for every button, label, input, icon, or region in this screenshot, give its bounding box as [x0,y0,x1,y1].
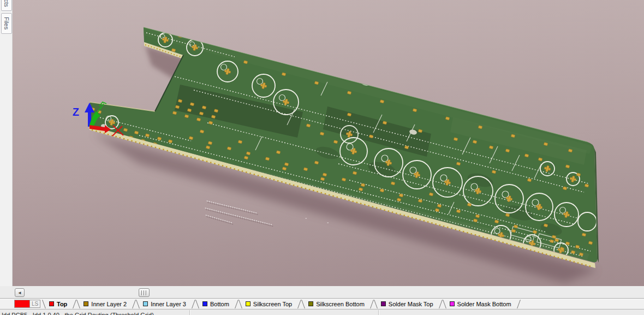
layer-tab-label: Top [57,301,67,307]
layer-color-swatch [308,301,313,306]
bottom-scroll-strip: ◄ [0,286,644,298]
pcb-3d-viewport[interactable]: Z [12,0,644,286]
layer-color-swatch [450,301,455,306]
layer-set-label: LS [29,300,40,307]
layer-tab-bar: LS Top Inner Layer 2 Inner Layer 3 Botto… [0,299,644,308]
layer-color-swatch [202,301,207,306]
layer-tab-label: Silkscreen Bottom [316,301,365,307]
layer-tab-top[interactable]: Top [44,299,71,308]
layer-tab-inner-layer-2[interactable]: Inner Layer 2 [79,299,130,308]
sidebar-tab-projects[interactable]: Projects [1,0,12,11]
layer-color-swatch [381,301,386,306]
layer-tab-bottom[interactable]: Bottom [198,299,233,308]
layer-tab-solder-mask-top[interactable]: Solder Mask Top [376,299,437,308]
status-bar: Idd PCB5 - Idd 1.0.40 - the Grid Routing… [0,309,644,315]
axis-z-label: Z [73,106,79,118]
left-panel-strip: Projects Files [0,0,13,286]
layer-tab-label: Silkscreen Top [253,301,292,307]
sidebar-tab-files[interactable]: Files [1,13,12,34]
layer-tab-inner-layer-3[interactable]: Inner Layer 3 [138,299,190,308]
layer-set-indicator[interactable]: LS [14,300,40,308]
layer-color-swatch [49,301,54,306]
layer-set-color [15,300,29,307]
layer-tab-silkscreen-bottom[interactable]: Silkscreen Bottom [303,299,368,308]
layer-color-swatch [84,301,88,306]
scroll-left-button[interactable]: ◄ [15,288,25,297]
splitter-grip[interactable] [139,288,150,297]
status-divider [189,310,190,315]
pcb-3d-view[interactable]: Z [0,0,644,286]
layer-tab-solder-mask-bottom[interactable]: Solder Mask Bottom [445,299,515,308]
layer-tab-label: Inner Layer 3 [151,301,186,307]
layer-tab-label: Inner Layer 2 [91,301,127,307]
layer-tab-label: Bottom [210,301,229,307]
status-divider [378,310,379,315]
layer-tab-label: Solder Mask Top [389,301,433,307]
layer-color-swatch [143,301,148,306]
layer-color-swatch [246,301,251,306]
layer-tab-silkscreen-top[interactable]: Silkscreen Top [241,299,296,308]
status-text: Idd PCB5 - Idd 1.0.40 - the Grid Routing… [2,312,154,315]
layer-tab-label: Solder Mask Bottom [457,301,511,307]
